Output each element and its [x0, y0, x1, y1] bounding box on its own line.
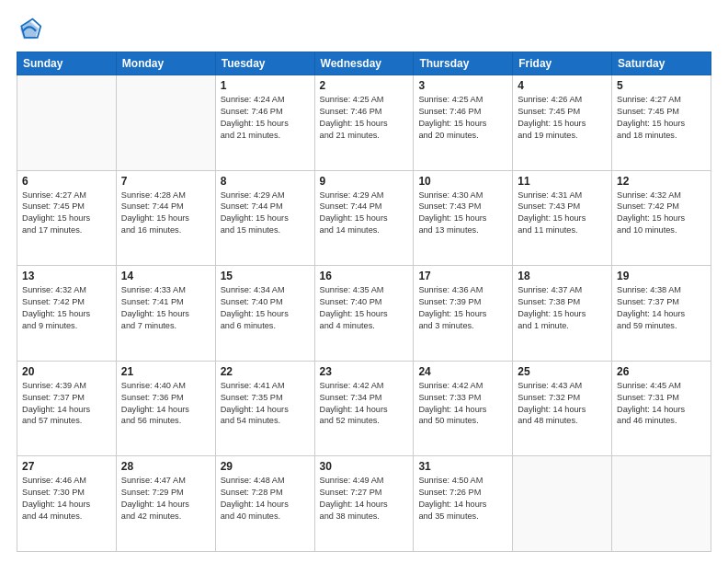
cell-info: Sunrise: 4:29 AMSunset: 7:44 PMDaylight:… — [221, 190, 310, 237]
calendar-cell: 24Sunrise: 4:42 AMSunset: 7:33 PMDayligh… — [414, 361, 513, 456]
day-number: 13 — [22, 270, 111, 282]
cell-info: Sunrise: 4:27 AMSunset: 7:45 PMDaylight:… — [22, 190, 111, 237]
cell-info: Sunrise: 4:28 AMSunset: 7:44 PMDaylight:… — [121, 190, 210, 237]
day-number: 16 — [320, 270, 409, 282]
calendar-cell: 21Sunrise: 4:40 AMSunset: 7:36 PMDayligh… — [116, 361, 215, 456]
day-number: 31 — [418, 460, 507, 473]
day-number: 27 — [22, 460, 111, 473]
calendar-cell — [17, 75, 117, 171]
calendar-cell: 3Sunrise: 4:25 AMSunset: 7:46 PMDaylight… — [414, 75, 513, 171]
calendar-cell: 10Sunrise: 4:30 AMSunset: 7:43 PMDayligh… — [414, 170, 513, 266]
day-number: 30 — [320, 460, 409, 473]
day-number: 1 — [221, 79, 310, 92]
day-header-monday: Monday — [116, 52, 215, 75]
calendar-cell: 28Sunrise: 4:47 AMSunset: 7:29 PMDayligh… — [116, 456, 215, 552]
cell-info: Sunrise: 4:48 AMSunset: 7:28 PMDaylight:… — [221, 475, 310, 523]
calendar-cell — [513, 456, 612, 552]
logo-icon — [17, 17, 42, 42]
cell-info: Sunrise: 4:25 AMSunset: 7:46 PMDaylight:… — [320, 94, 409, 142]
day-number: 20 — [22, 365, 111, 378]
calendar-cell: 27Sunrise: 4:46 AMSunset: 7:30 PMDayligh… — [17, 456, 117, 552]
calendar-cell: 18Sunrise: 4:37 AMSunset: 7:38 PMDayligh… — [513, 266, 612, 362]
day-number: 11 — [518, 175, 607, 188]
cell-info: Sunrise: 4:46 AMSunset: 7:30 PMDaylight:… — [22, 475, 111, 523]
day-number: 3 — [418, 79, 507, 92]
cell-info: Sunrise: 4:42 AMSunset: 7:34 PMDaylight:… — [320, 380, 409, 428]
cell-info: Sunrise: 4:32 AMSunset: 7:42 PMDaylight:… — [22, 284, 111, 332]
cell-info: Sunrise: 4:26 AMSunset: 7:45 PMDaylight:… — [518, 94, 607, 142]
calendar-cell: 14Sunrise: 4:33 AMSunset: 7:41 PMDayligh… — [116, 266, 215, 362]
day-number: 12 — [617, 175, 706, 188]
day-header-saturday: Saturday — [612, 52, 711, 75]
cell-info: Sunrise: 4:32 AMSunset: 7:42 PMDaylight:… — [617, 190, 706, 237]
calendar-week-5: 27Sunrise: 4:46 AMSunset: 7:30 PMDayligh… — [17, 456, 711, 552]
cell-info: Sunrise: 4:38 AMSunset: 7:37 PMDaylight:… — [617, 284, 706, 332]
cell-info: Sunrise: 4:36 AMSunset: 7:39 PMDaylight:… — [418, 284, 507, 332]
day-number: 5 — [617, 79, 706, 92]
day-number: 24 — [418, 365, 507, 378]
calendar-cell: 11Sunrise: 4:31 AMSunset: 7:43 PMDayligh… — [513, 170, 612, 266]
day-header-sunday: Sunday — [17, 52, 117, 75]
cell-info: Sunrise: 4:42 AMSunset: 7:33 PMDaylight:… — [418, 380, 507, 428]
calendar-table: SundayMondayTuesdayWednesdayThursdayFrid… — [17, 52, 711, 552]
calendar-cell: 20Sunrise: 4:39 AMSunset: 7:37 PMDayligh… — [17, 361, 117, 456]
calendar-cell: 9Sunrise: 4:29 AMSunset: 7:44 PMDaylight… — [314, 170, 414, 266]
cell-info: Sunrise: 4:30 AMSunset: 7:43 PMDaylight:… — [418, 190, 507, 237]
day-number: 14 — [121, 270, 210, 282]
day-number: 18 — [518, 270, 607, 282]
calendar-cell: 23Sunrise: 4:42 AMSunset: 7:34 PMDayligh… — [314, 361, 414, 456]
calendar-cell: 25Sunrise: 4:43 AMSunset: 7:32 PMDayligh… — [513, 361, 612, 456]
header — [17, 17, 711, 42]
day-header-friday: Friday — [513, 52, 612, 75]
day-number: 25 — [518, 365, 607, 378]
calendar-cell: 13Sunrise: 4:32 AMSunset: 7:42 PMDayligh… — [17, 266, 117, 362]
day-number: 23 — [320, 365, 409, 378]
calendar-cell: 5Sunrise: 4:27 AMSunset: 7:45 PMDaylight… — [612, 75, 711, 171]
cell-info: Sunrise: 4:43 AMSunset: 7:32 PMDaylight:… — [518, 380, 607, 428]
calendar-cell: 17Sunrise: 4:36 AMSunset: 7:39 PMDayligh… — [414, 266, 513, 362]
cell-info: Sunrise: 4:34 AMSunset: 7:40 PMDaylight:… — [221, 284, 310, 332]
cell-info: Sunrise: 4:49 AMSunset: 7:27 PMDaylight:… — [320, 475, 409, 523]
calendar-week-1: 1Sunrise: 4:24 AMSunset: 7:46 PMDaylight… — [17, 75, 711, 171]
cell-info: Sunrise: 4:47 AMSunset: 7:29 PMDaylight:… — [121, 475, 210, 523]
calendar-cell: 4Sunrise: 4:26 AMSunset: 7:45 PMDaylight… — [513, 75, 612, 171]
calendar-cell: 30Sunrise: 4:49 AMSunset: 7:27 PMDayligh… — [314, 456, 414, 552]
cell-info: Sunrise: 4:40 AMSunset: 7:36 PMDaylight:… — [121, 380, 210, 428]
day-number: 17 — [418, 270, 507, 282]
cell-info: Sunrise: 4:31 AMSunset: 7:43 PMDaylight:… — [518, 190, 607, 237]
calendar-cell: 2Sunrise: 4:25 AMSunset: 7:46 PMDaylight… — [314, 75, 414, 171]
day-number: 7 — [121, 175, 210, 188]
cell-info: Sunrise: 4:35 AMSunset: 7:40 PMDaylight:… — [320, 284, 409, 332]
calendar-cell: 31Sunrise: 4:50 AMSunset: 7:26 PMDayligh… — [414, 456, 513, 552]
page: SundayMondayTuesdayWednesdayThursdayFrid… — [0, 0, 728, 563]
calendar-cell: 1Sunrise: 4:24 AMSunset: 7:46 PMDaylight… — [215, 75, 314, 171]
day-number: 19 — [617, 270, 706, 282]
day-header-tuesday: Tuesday — [215, 52, 314, 75]
day-number: 8 — [221, 175, 310, 188]
calendar-week-2: 6Sunrise: 4:27 AMSunset: 7:45 PMDaylight… — [17, 170, 711, 266]
day-number: 29 — [221, 460, 310, 473]
calendar-week-3: 13Sunrise: 4:32 AMSunset: 7:42 PMDayligh… — [17, 266, 711, 362]
cell-info: Sunrise: 4:37 AMSunset: 7:38 PMDaylight:… — [518, 284, 607, 332]
calendar-cell — [612, 456, 711, 552]
day-number: 22 — [221, 365, 310, 378]
cell-info: Sunrise: 4:33 AMSunset: 7:41 PMDaylight:… — [121, 284, 210, 332]
day-number: 2 — [320, 79, 409, 92]
day-number: 4 — [518, 79, 607, 92]
calendar-header-row: SundayMondayTuesdayWednesdayThursdayFrid… — [17, 52, 711, 75]
cell-info: Sunrise: 4:45 AMSunset: 7:31 PMDaylight:… — [617, 380, 706, 428]
day-number: 26 — [617, 365, 706, 378]
calendar-cell: 29Sunrise: 4:48 AMSunset: 7:28 PMDayligh… — [215, 456, 314, 552]
calendar-cell: 7Sunrise: 4:28 AMSunset: 7:44 PMDaylight… — [116, 170, 215, 266]
calendar-cell: 6Sunrise: 4:27 AMSunset: 7:45 PMDaylight… — [17, 170, 117, 266]
calendar-cell: 8Sunrise: 4:29 AMSunset: 7:44 PMDaylight… — [215, 170, 314, 266]
cell-info: Sunrise: 4:39 AMSunset: 7:37 PMDaylight:… — [22, 380, 111, 428]
cell-info: Sunrise: 4:25 AMSunset: 7:46 PMDaylight:… — [418, 94, 507, 142]
calendar-cell: 19Sunrise: 4:38 AMSunset: 7:37 PMDayligh… — [612, 266, 711, 362]
day-header-thursday: Thursday — [414, 52, 513, 75]
calendar-cell: 12Sunrise: 4:32 AMSunset: 7:42 PMDayligh… — [612, 170, 711, 266]
cell-info: Sunrise: 4:27 AMSunset: 7:45 PMDaylight:… — [617, 94, 706, 142]
day-number: 15 — [221, 270, 310, 282]
day-number: 28 — [121, 460, 210, 473]
day-number: 21 — [121, 365, 210, 378]
